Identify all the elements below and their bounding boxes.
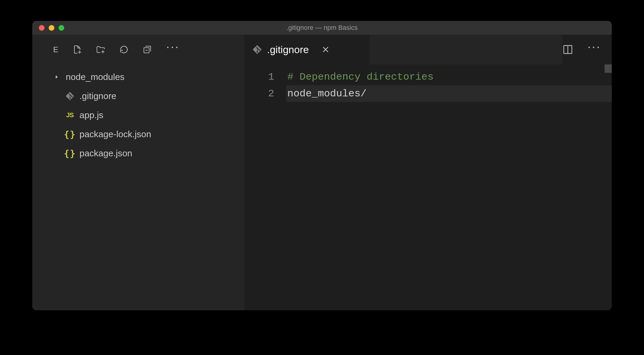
titlebar[interactable]: .gitignore — npm Basics [32, 21, 612, 35]
explorer-sidebar: E ··· n [32, 35, 244, 310]
traffic-lights [32, 25, 64, 31]
git-icon [66, 92, 74, 100]
explorer-header: E ··· [32, 35, 244, 64]
close-window-button[interactable] [39, 25, 45, 31]
file-tree: node_modules .gitignore JS app.js { [32, 64, 244, 163]
explorer-more-icon[interactable]: ··· [166, 41, 180, 53]
minimize-window-button[interactable] [49, 25, 54, 31]
refresh-icon[interactable] [119, 45, 128, 54]
editor-more-icon[interactable]: ··· [588, 41, 601, 53]
file-package-lock-json[interactable]: {} package-lock.json [32, 125, 244, 144]
code-content[interactable]: # Dependency directories node_modules/ [286, 69, 612, 310]
json-icon: {} [66, 130, 74, 138]
line-number: 2 [244, 85, 274, 102]
code-line: # Dependency directories [286, 69, 612, 85]
line-number: 1 [244, 69, 274, 85]
json-icon: {} [66, 149, 74, 158]
file-package-json[interactable]: {} package.json [32, 144, 244, 163]
chevron-right-icon [53, 74, 60, 80]
new-folder-icon[interactable] [96, 45, 105, 54]
tree-item-label: app.js [79, 110, 103, 120]
editor-area: .gitignore ··· 1 2 # [244, 35, 612, 310]
tree-item-label: package.json [79, 148, 132, 158]
tree-item-label: package-lock.json [79, 129, 151, 139]
tree-item-label: .gitignore [79, 91, 116, 101]
editor-window: .gitignore — npm Basics E ··· [32, 21, 612, 310]
file-gitignore[interactable]: .gitignore [32, 87, 244, 106]
tab-label: .gitignore [267, 44, 309, 55]
js-icon: JS [66, 111, 74, 119]
close-tab-icon[interactable] [320, 44, 331, 55]
tab-actions: ··· [562, 35, 612, 64]
split-editor-icon[interactable] [562, 44, 573, 55]
git-icon [253, 45, 262, 54]
tab-bar: .gitignore ··· [244, 35, 612, 64]
line-gutter: 1 2 [244, 69, 286, 310]
tab-gitignore[interactable]: .gitignore [244, 35, 370, 64]
tree-item-label: node_modules [66, 72, 125, 82]
code-line: node_modules/ [286, 85, 612, 102]
code-area[interactable]: 1 2 # Dependency directories node_module… [244, 64, 612, 310]
folder-node-modules[interactable]: node_modules [32, 67, 244, 87]
new-file-icon[interactable] [73, 45, 82, 54]
window-body: E ··· n [32, 35, 612, 310]
explorer-label: E [53, 45, 59, 54]
minimap-scroll-indicator[interactable] [605, 64, 612, 73]
file-app-js[interactable]: JS app.js [32, 106, 244, 125]
collapse-all-icon[interactable] [143, 45, 152, 54]
maximize-window-button[interactable] [59, 25, 64, 31]
window-title: .gitignore — npm Basics [286, 24, 358, 32]
